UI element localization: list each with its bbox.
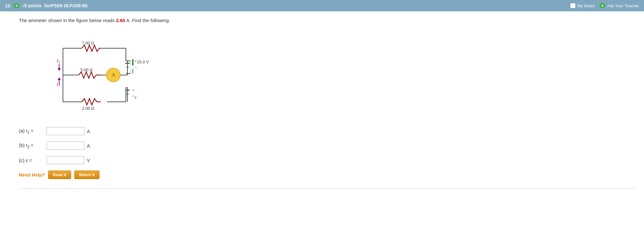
my-notes-checkbox[interactable]: [570, 3, 575, 8]
svg-text:+: +: [135, 59, 137, 63]
answer-a-unit: A: [87, 129, 90, 134]
circuit-svg: A I₁ I₂ 7.00 Ω 5.00 Ω 2.00 Ω 15.0 V +: [38, 29, 157, 118]
answer-section: (a) I1 = A (b) I2 = A (c) ε = V: [19, 127, 635, 164]
svg-text:2.00 Ω: 2.00 Ω: [82, 106, 94, 111]
question-number: 12.: [5, 3, 11, 8]
header-left: 12. + -/3 points SerPSE9 28.P.029.WI.: [5, 3, 88, 9]
svg-text:ε: ε: [135, 95, 137, 100]
answer-a-input[interactable]: [47, 127, 84, 135]
svg-text:−: −: [135, 65, 137, 70]
bottom-divider: [19, 189, 635, 189]
points-label: -/3 points: [22, 3, 41, 8]
need-help-section: Need Help? Read It Watch It: [19, 171, 635, 179]
answer-b-input[interactable]: [47, 142, 84, 150]
ask-teacher-plus-icon: +: [600, 3, 605, 9]
question-text: The ammeter shown in the figure below re…: [19, 18, 635, 23]
my-notes-section: My Notes: [570, 3, 595, 8]
circuit-diagram: A I₁ I₂ 7.00 Ω 5.00 Ω 2.00 Ω 15.0 V +: [38, 29, 635, 118]
problem-id: SerPSE9 28.P.029.WI.: [44, 3, 88, 8]
svg-marker-27: [58, 68, 61, 71]
svg-marker-30: [58, 77, 61, 80]
svg-text:A: A: [111, 72, 115, 78]
answer-b-unit: A: [87, 143, 90, 148]
question-text-before: The ammeter shown in the figure below re…: [19, 18, 116, 23]
need-help-label: Need Help?: [19, 172, 45, 177]
svg-text:+: +: [132, 88, 134, 92]
header-bar: 12. + -/3 points SerPSE9 28.P.029.WI. My…: [0, 0, 644, 11]
answer-row-c: (c) ε = V: [19, 156, 635, 164]
ammeter-value: 2.60: [116, 18, 125, 23]
header-right: My Notes + Ask Your Teacher: [570, 3, 639, 9]
ask-teacher-label: Ask Your Teacher: [607, 3, 639, 8]
watch-it-button[interactable]: Watch It: [74, 171, 99, 179]
svg-text:5.00 Ω: 5.00 Ω: [81, 67, 93, 72]
plus-icon: +: [14, 3, 19, 9]
read-it-button[interactable]: Read It: [48, 171, 71, 179]
svg-text:I₁: I₁: [56, 59, 60, 63]
question-text-after: A. Find the following.: [125, 18, 170, 23]
answer-c-input[interactable]: [47, 156, 84, 164]
question-container: The ammeter shown in the figure below re…: [0, 11, 644, 238]
answer-b-label: (b) I2 =: [19, 142, 44, 149]
answer-row-a: (a) I1 = A: [19, 127, 635, 135]
svg-text:15.0 V: 15.0 V: [137, 60, 149, 64]
answer-row-b: (b) I2 = A: [19, 142, 635, 150]
answer-c-unit: V: [87, 158, 90, 163]
answer-c-label: (c) ε =: [19, 158, 44, 163]
svg-text:−: −: [132, 94, 135, 98]
answer-a-label: (a) I1 =: [19, 128, 44, 135]
svg-text:7.00 Ω: 7.00 Ω: [82, 41, 94, 45]
my-notes-label: My Notes: [577, 3, 595, 8]
ask-teacher-section[interactable]: + Ask Your Teacher: [600, 3, 639, 9]
